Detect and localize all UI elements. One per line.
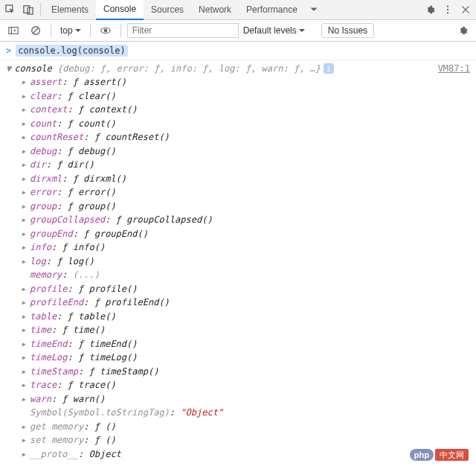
tab-network[interactable]: Network xyxy=(191,0,239,19)
property-row[interactable]: ▸profile: ƒ profile() xyxy=(21,282,470,296)
expand-triangle-icon[interactable]: ▸ xyxy=(21,296,28,310)
property-row[interactable]: ▸log: ƒ log() xyxy=(21,255,470,269)
property-row[interactable]: ▸timeStamp: ƒ timeStamp() xyxy=(21,365,470,379)
property-key: time xyxy=(30,323,51,337)
expand-triangle-icon[interactable]: ▸ xyxy=(21,240,28,255)
context-selector[interactable]: top xyxy=(57,24,84,37)
log-levels-selector[interactable]: Default levels xyxy=(243,25,305,36)
settings-icon[interactable] xyxy=(421,1,439,19)
property-row[interactable]: ▸dirxml: ƒ dirxml() xyxy=(21,172,470,186)
tab-sources[interactable]: Sources xyxy=(144,0,191,19)
more-tabs-icon[interactable] xyxy=(305,1,323,19)
property-key: profile xyxy=(30,282,68,296)
tab-elements[interactable]: Elements xyxy=(44,0,96,19)
expand-triangle-icon[interactable]: ▸ xyxy=(21,213,28,227)
expand-triangle-icon[interactable]: ▸ xyxy=(21,89,28,103)
property-row[interactable]: ▸groupEnd: ƒ groupEnd() xyxy=(21,227,470,241)
expand-triangle-icon[interactable]: ▸ xyxy=(21,365,28,379)
expand-triangle-icon[interactable]: ▸ xyxy=(21,433,28,447)
property-key: profileEnd xyxy=(30,296,83,310)
property-row[interactable]: ▸get memory: ƒ () xyxy=(21,420,470,434)
property-row[interactable]: ▸groupCollapsed: ƒ groupCollapsed() xyxy=(21,213,470,227)
expand-triangle-icon[interactable]: ▸ xyxy=(21,227,28,241)
filter-input[interactable] xyxy=(127,23,239,38)
property-value: : ƒ () xyxy=(83,433,115,447)
property-key: log xyxy=(30,255,46,269)
property-row[interactable]: ▸context: ƒ context() xyxy=(21,103,470,117)
property-value: : ƒ groupCollapsed() xyxy=(105,213,213,227)
property-row[interactable]: ▸countReset: ƒ countReset() xyxy=(21,130,470,144)
separator xyxy=(90,24,91,37)
property-row[interactable]: ▸warn: ƒ warn() xyxy=(21,392,470,406)
expand-triangle-icon[interactable]: ▸ xyxy=(21,392,28,406)
expand-triangle-icon[interactable]: ▸ xyxy=(21,282,28,296)
property-value: : "Object" xyxy=(170,406,223,420)
property-row[interactable]: Symbol(Symbol.toStringTag): "Object" xyxy=(21,406,470,420)
property-row[interactable]: ▸profileEnd: ƒ profileEnd() xyxy=(21,296,470,310)
svg-point-5 xyxy=(447,12,448,13)
expand-triangle-icon[interactable]: ▸ xyxy=(21,447,28,462)
expand-triangle-icon[interactable]: ▸ xyxy=(21,103,28,117)
clear-console-icon[interactable] xyxy=(27,22,45,39)
expand-triangle-icon[interactable]: ▸ xyxy=(21,75,28,89)
property-row[interactable]: ▸group: ƒ group() xyxy=(21,200,470,214)
tab-console[interactable]: Console xyxy=(96,0,144,20)
issues-button[interactable]: No Issues xyxy=(321,23,374,38)
property-row[interactable]: ▸__proto__: Object xyxy=(21,447,470,462)
property-row[interactable]: ▸clear: ƒ clear() xyxy=(21,89,470,103)
inspect-icon[interactable] xyxy=(1,1,19,19)
expand-triangle-icon[interactable]: ▸ xyxy=(21,185,28,200)
property-row[interactable]: ▸time: ƒ time() xyxy=(21,323,470,337)
property-row[interactable]: ▸error: ƒ error() xyxy=(21,185,470,200)
property-row[interactable]: memory: (...) xyxy=(21,268,470,282)
expand-triangle-icon[interactable]: ▸ xyxy=(21,351,28,365)
expand-triangle-icon[interactable]: ▸ xyxy=(21,378,28,392)
info-badge-icon[interactable]: i xyxy=(324,63,334,74)
expand-triangle-icon[interactable]: ▸ xyxy=(21,130,28,144)
property-row[interactable]: ▸timeEnd: ƒ timeEnd() xyxy=(21,337,470,351)
svg-rect-6 xyxy=(9,28,18,34)
kebab-menu-icon[interactable] xyxy=(439,1,457,19)
property-row[interactable]: ▸count: ƒ count() xyxy=(21,117,470,131)
expand-triangle-icon[interactable]: ▸ xyxy=(21,420,28,434)
property-value: : ƒ error() xyxy=(57,185,115,200)
property-row[interactable]: ▸table: ƒ table() xyxy=(21,310,470,324)
property-value: : ƒ warn() xyxy=(51,392,105,406)
property-row[interactable]: ▸timeLog: ƒ timeLog() xyxy=(21,351,470,365)
property-row[interactable]: ▸trace: ƒ trace() xyxy=(21,378,470,392)
expand-triangle-icon[interactable]: ▼ xyxy=(6,63,11,74)
expand-triangle-icon[interactable]: ▸ xyxy=(21,158,28,172)
expand-triangle-icon[interactable]: ▸ xyxy=(21,144,28,159)
expand-triangle-icon[interactable]: ▸ xyxy=(21,323,28,337)
svg-point-4 xyxy=(447,9,448,10)
console-settings-icon[interactable] xyxy=(454,22,472,39)
live-expression-icon[interactable] xyxy=(97,22,115,39)
property-row[interactable]: ▸dir: ƒ dir() xyxy=(21,158,470,172)
svg-point-3 xyxy=(447,5,448,7)
expand-triangle-icon[interactable]: ▸ xyxy=(21,172,28,186)
tab-performance[interactable]: Performance xyxy=(239,0,305,19)
property-key: assert xyxy=(30,75,62,89)
property-row[interactable]: ▸debug: ƒ debug() xyxy=(21,144,470,159)
property-key: groupEnd xyxy=(30,227,73,241)
property-key: clear xyxy=(30,89,57,103)
property-row[interactable]: ▸set memory: ƒ () xyxy=(21,433,470,447)
expand-triangle-icon[interactable]: ▸ xyxy=(21,117,28,131)
property-value: : ƒ () xyxy=(83,420,115,434)
console-input-row[interactable]: > console.log(console) xyxy=(0,42,476,60)
expand-triangle-icon[interactable]: ▸ xyxy=(21,200,28,214)
property-row[interactable]: ▸info: ƒ info() xyxy=(21,240,470,255)
property-row[interactable]: ▸assert: ƒ assert() xyxy=(21,75,470,89)
object-summary-row[interactable]: ▼ console {debug: ƒ, error: ƒ, info: ƒ, … xyxy=(6,63,470,74)
expand-triangle-icon[interactable]: ▸ xyxy=(21,337,28,351)
property-value: : ƒ log() xyxy=(46,255,94,269)
close-icon[interactable] xyxy=(457,1,475,19)
expand-triangle-icon[interactable]: ▸ xyxy=(21,310,28,324)
sidebar-toggle-icon[interactable] xyxy=(4,22,22,39)
property-key: timeEnd xyxy=(30,337,68,351)
svg-point-9 xyxy=(104,29,107,32)
property-value: : (...) xyxy=(62,268,100,282)
device-toggle-icon[interactable] xyxy=(19,1,37,19)
source-link[interactable]: VM87:1 xyxy=(438,63,470,74)
expand-triangle-icon[interactable]: ▸ xyxy=(21,255,28,269)
